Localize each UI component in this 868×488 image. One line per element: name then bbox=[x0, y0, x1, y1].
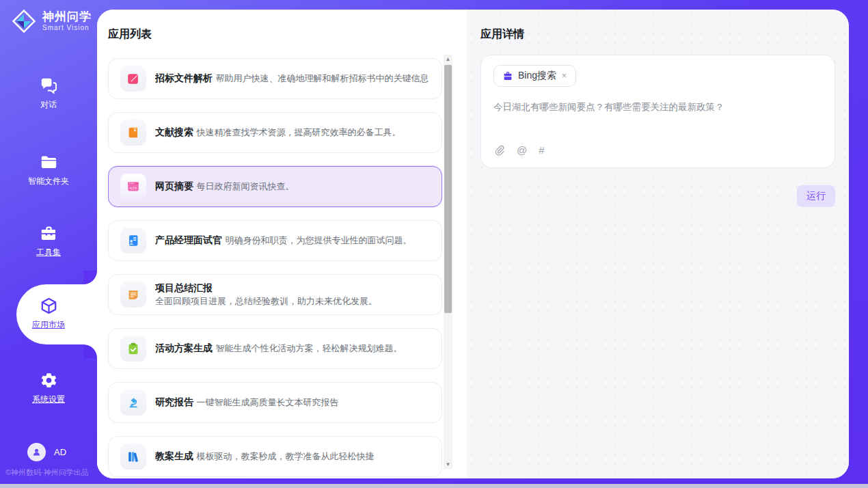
sidebar: 神州问学 Smart Vision 对话 智能文件夹 工具集 应用市场 bbox=[0, 0, 97, 488]
user-name: AD bbox=[54, 447, 66, 457]
composer-toolbar: @ # bbox=[493, 144, 545, 156]
note-icon bbox=[120, 282, 146, 308]
app-card-desc: 帮助用户快速、准确地理解和解析招标书中的关键信息 bbox=[215, 73, 429, 83]
mention-icon[interactable]: @ bbox=[517, 144, 527, 156]
scrollbar-up-arrow[interactable]: ▲ bbox=[444, 55, 452, 64]
tool-tag-label: Bing搜索 bbox=[518, 70, 556, 82]
prompt-text[interactable]: 今日湖北有哪些新闻要点？有哪些需要关注的最新政策？ bbox=[493, 100, 822, 114]
hash-icon[interactable]: # bbox=[539, 144, 544, 156]
chat-icon bbox=[40, 77, 58, 95]
app-card-title: 项目总结汇报 bbox=[155, 282, 213, 293]
app-card-desc: 模板驱动，教案秒成，教学准备从此轻松快捷 bbox=[196, 451, 374, 461]
user-account[interactable]: AD bbox=[27, 443, 66, 461]
person-icon bbox=[31, 447, 42, 457]
app-list: 招标文件解析 帮助用户快速、准确地理解和解析招标书中的关键信息 文献搜索 快速精… bbox=[108, 58, 442, 478]
scrollbar-thumb[interactable] bbox=[444, 65, 452, 313]
sidebar-item-chat[interactable]: 对话 bbox=[0, 77, 97, 111]
webpage-code-icon: </> bbox=[120, 174, 146, 200]
sidebar-item-label: 应用市场 bbox=[0, 319, 97, 331]
toolbox-icon bbox=[40, 224, 58, 243]
gem-logo-icon bbox=[11, 8, 37, 34]
avatar bbox=[27, 443, 46, 461]
app-card-literature-search[interactable]: 文献搜索 快速精准查找学术资源，提高研究效率的必备工具。 bbox=[108, 112, 442, 153]
scrollbar-down-arrow[interactable]: ▼ bbox=[444, 460, 452, 469]
folder-icon bbox=[40, 153, 58, 172]
tool-tag-bing-search[interactable]: Bing搜索 × bbox=[493, 65, 576, 87]
app-card-title: 网页摘要 bbox=[155, 180, 193, 191]
app-card-tender-analysis[interactable]: 招标文件解析 帮助用户快速、准确地理解和解析招标书中的关键信息 bbox=[108, 58, 442, 99]
edit-document-icon bbox=[120, 66, 146, 92]
app-card-desc: 每日政府新闻资讯快查。 bbox=[196, 181, 294, 191]
bottom-edge bbox=[0, 484, 868, 488]
pill-notch-top bbox=[83, 271, 97, 284]
brand-subtitle: Smart Vision bbox=[42, 24, 92, 31]
sidebar-item-app-market[interactable]: 应用市场 bbox=[0, 297, 97, 331]
app-card-desc: 明确身份和职责，为您提供专业性的面试问题。 bbox=[225, 235, 411, 245]
app-list-panel: 应用列表 招标文件解析 帮助用户快速、准确地理解和解析招标书中的关键信息 bbox=[97, 10, 467, 478]
app-card-title: 教案生成 bbox=[155, 450, 193, 461]
app-card-desc: 一键智能生成高质量长文本研究报告 bbox=[196, 397, 338, 407]
run-button[interactable]: 运行 bbox=[797, 185, 835, 207]
app-card-lesson-plan[interactable]: 教案生成 模板驱动，教案秒成，教学准备从此轻松快捷 bbox=[108, 436, 442, 477]
list-scrollbar[interactable]: ▲ ▼ bbox=[444, 55, 452, 469]
briefcase-icon bbox=[502, 70, 513, 81]
microscope-icon bbox=[120, 390, 146, 416]
paperclip-icon[interactable] bbox=[493, 144, 505, 156]
sidebar-item-label: 智能文件夹 bbox=[0, 176, 97, 187]
prompt-input-card[interactable]: Bing搜索 × 今日湖北有哪些新闻要点？有哪些需要关注的最新政策？ @ # bbox=[480, 55, 835, 168]
clipboard-check-icon bbox=[120, 336, 146, 362]
gear-icon bbox=[40, 371, 58, 390]
sidebar-item-smart-folder[interactable]: 智能文件夹 bbox=[0, 153, 97, 187]
books-icon bbox=[120, 444, 146, 470]
brand-logo: 神州问学 Smart Vision bbox=[11, 8, 92, 34]
app-card-pm-interviewer[interactable]: 产品经理面试官 明确身份和职责，为您提供专业性的面试问题。 bbox=[108, 220, 442, 261]
sidebar-item-label: 对话 bbox=[0, 99, 97, 111]
app-card-title: 活动方案生成 bbox=[155, 342, 213, 353]
app-card-desc: 全面回顾项目进展，总结经验教训，助力未来优化发展。 bbox=[155, 296, 377, 306]
app-card-title: 产品经理面试官 bbox=[155, 234, 222, 245]
app-card-desc: 快速精准查找学术资源，提高研究效率的必备工具。 bbox=[196, 127, 401, 137]
app-card-title: 招标文件解析 bbox=[155, 72, 213, 83]
app-card-project-summary[interactable]: 项目总结汇报 全面回顾项目进展，总结经验教训，助力未来优化发展。 bbox=[108, 274, 442, 315]
tool-tag-close-icon[interactable]: × bbox=[561, 71, 567, 81]
app-detail-title: 应用详情 bbox=[480, 27, 524, 42]
app-list-title: 应用列表 bbox=[108, 27, 152, 42]
svg-text:</>: </> bbox=[130, 185, 137, 190]
app-card-research-report[interactable]: 研究报告 一键智能生成高质量长文本研究报告 bbox=[108, 382, 442, 423]
app-card-desc: 智能生成个性化活动方案，轻松解决规划难题。 bbox=[215, 343, 402, 353]
app-card-title: 文献搜索 bbox=[155, 126, 193, 137]
app-detail-panel: 应用详情 Bing搜索 × 今日湖北有哪些新闻要点？有哪些需要关注的最新政策？ … bbox=[467, 10, 849, 478]
pill-notch-bottom bbox=[83, 344, 97, 358]
sidebar-item-label: 工具集 bbox=[0, 247, 97, 258]
sidebar-item-label: 系统设置 bbox=[0, 394, 97, 405]
app-card-title: 研究报告 bbox=[155, 396, 193, 407]
sidebar-item-settings[interactable]: 系统设置 bbox=[0, 371, 97, 405]
book-icon bbox=[120, 120, 146, 146]
app-card-webpage-summary[interactable]: </> 网页摘要 每日政府新闻资讯快查。 bbox=[108, 166, 442, 207]
copyright-text: ©神州数码·神州问学出品 bbox=[5, 467, 89, 478]
cube-icon bbox=[40, 297, 58, 315]
brand-name: 神州问学 bbox=[42, 11, 92, 24]
main-content: 应用列表 招标文件解析 帮助用户快速、准确地理解和解析招标书中的关键信息 bbox=[97, 10, 849, 478]
person-document-icon bbox=[120, 228, 146, 254]
app-card-activity-plan[interactable]: 活动方案生成 智能生成个性化活动方案，轻松解决规划难题。 bbox=[108, 328, 442, 369]
sidebar-item-toolset[interactable]: 工具集 bbox=[0, 224, 97, 258]
